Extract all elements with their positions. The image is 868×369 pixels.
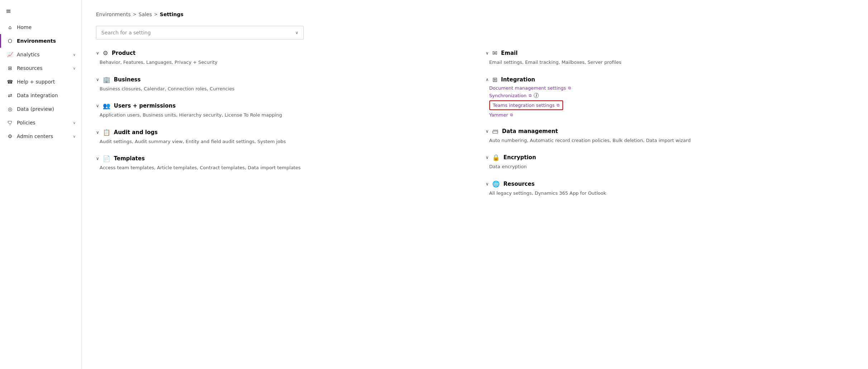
section-links-product: Behavior, Features, Languages, Privacy +… [100,59,464,66]
breadcrumb-sales[interactable]: Sales [139,11,152,17]
hamburger-button[interactable]: ≡ [0,3,81,19]
sidebar-item-home[interactable]: ⌂Home [0,20,81,34]
data-integration-icon: ⇄ [7,92,13,99]
left-column: ∨⚙ProductBehavior, Features, Languages, … [96,49,464,207]
section-icon-encryption: 🔒 [492,154,500,161]
sidebar-label-policies: Policies [17,120,69,126]
section-chevron-product: ∨ [96,51,99,56]
sidebar: ≡ ⌂Home⬡Environments📈Analytics∨⊞Resource… [0,0,82,369]
breadcrumb-sep2: > [154,12,158,17]
ext-icon-teams-integration: ⧉ [557,103,560,108]
integration-link-synchronization[interactable]: Synchronization [489,93,527,98]
right-column: ∨✉EmailEmail settings, Email tracking, M… [486,49,854,207]
sidebar-chevron-analytics: ∨ [73,53,76,57]
section-links-templates: Access team templates, Article templates… [100,164,464,171]
section-links-encryption: Data encryption [489,163,854,170]
sidebar-label-home: Home [17,24,76,30]
sidebar-item-environments[interactable]: ⬡Environments [0,34,81,48]
sidebar-item-policies[interactable]: 🛡Policies∨ [0,116,81,129]
section-links-email: Email settings, Email tracking, Mailboxe… [489,59,854,66]
sidebar-label-data-integration: Data integration [17,93,76,98]
section-header-product[interactable]: ∨⚙Product [96,49,464,57]
section-header-templates[interactable]: ∨📄Templates [96,155,464,162]
integration-link-teams-integration[interactable]: Teams integration settings [493,103,555,108]
section-title-templates: Templates [114,155,145,162]
admin-centers-icon: ⚙ [7,133,13,139]
integration-link-doc-management[interactable]: Document management settings [489,85,566,91]
sidebar-nav: ⌂Home⬡Environments📈Analytics∨⊞Resources∨… [0,20,81,143]
breadcrumb-settings: Settings [160,11,183,17]
section-chevron-encryption: ∨ [486,155,489,160]
resources-icon: ⊞ [7,65,13,71]
section-users-permissions: ∨👥Users + permissionsApplication users, … [96,102,464,119]
section-data-management: ∨🗃Data managementAuto numbering, Automat… [486,128,854,144]
sidebar-item-resources[interactable]: ⊞Resources∨ [0,61,81,75]
section-product: ∨⚙ProductBehavior, Features, Languages, … [96,49,464,66]
sidebar-label-admin-centers: Admin centers [17,133,69,139]
section-header-encryption[interactable]: ∨🔒Encryption [486,154,854,161]
section-chevron-business: ∨ [96,77,99,82]
search-bar[interactable]: Search for a setting ∨ [96,26,304,39]
section-icon-audit-logs: 📋 [103,129,110,136]
sidebar-item-data-integration[interactable]: ⇄Data integration [0,89,81,102]
section-links-audit-logs: Audit settings, Audit summary view, Enti… [100,138,464,145]
section-resources: ∨🌐ResourcesAll legacy settings, Dynamics… [486,180,854,197]
section-header-users-permissions[interactable]: ∨👥Users + permissions [96,102,464,109]
sidebar-label-analytics: Analytics [17,52,69,57]
data-preview-icon: ◎ [7,106,13,112]
section-icon-business: 🏢 [103,76,110,83]
section-header-audit-logs[interactable]: ∨📋Audit and logs [96,129,464,136]
section-header-integration[interactable]: ∧⊞Integration [486,76,854,83]
section-icon-templates: 📄 [103,155,110,162]
sidebar-label-help-support: Help + support [17,79,76,85]
section-chevron-resources: ∨ [486,181,489,186]
sidebar-chevron-policies: ∨ [73,121,76,125]
section-integration: ∧⊞IntegrationDocument management setting… [486,76,854,118]
search-placeholder: Search for a setting [101,30,295,36]
sidebar-item-help-support[interactable]: ☎Help + support [0,75,81,89]
ext-icon-yammer: ⧉ [510,113,513,117]
help-support-icon: ☎ [7,79,13,85]
section-icon-resources: 🌐 [492,180,500,188]
section-business: ∨🏢BusinessBusiness closures, Calendar, C… [96,76,464,93]
section-header-email[interactable]: ∨✉Email [486,49,854,57]
home-icon: ⌂ [7,24,13,30]
integration-link-yammer[interactable]: Yammer [489,112,508,118]
section-links-users-permissions: Application users, Business units, Hiera… [100,112,464,119]
ext-icon-synchronization: ⧉ [529,93,532,98]
section-icon-product: ⚙ [103,49,108,57]
section-templates: ∨📄TemplatesAccess team templates, Articl… [96,155,464,171]
section-title-business: Business [114,76,141,83]
ext-icon-doc-management: ⧉ [568,86,571,90]
section-chevron-users-permissions: ∨ [96,103,99,108]
section-title-encryption: Encryption [503,154,536,161]
breadcrumb: Environments > Sales > Settings [96,11,854,17]
breadcrumb-environments[interactable]: Environments [96,11,131,17]
section-links-resources: All legacy settings, Dynamics 365 App fo… [489,190,854,197]
sidebar-label-resources: Resources [17,65,69,71]
settings-grid: ∨⚙ProductBehavior, Features, Languages, … [96,49,854,207]
section-chevron-audit-logs: ∨ [96,130,99,135]
section-icon-data-management: 🗃 [492,128,498,135]
integration-links-container: Document management settings⧉Synchroniza… [489,85,854,118]
sidebar-item-analytics[interactable]: 📈Analytics∨ [0,48,81,61]
sidebar-label-environments: Environments [17,38,76,44]
policies-icon: 🛡 [7,119,13,126]
section-header-resources[interactable]: ∨🌐Resources [486,180,854,188]
integration-row-doc-management: Document management settings⧉ [489,85,854,91]
section-chevron-email: ∨ [486,51,489,56]
search-chevron-icon: ∨ [295,30,298,35]
sidebar-chevron-admin-centers: ∨ [73,134,76,138]
sidebar-item-admin-centers[interactable]: ⚙Admin centers∨ [0,129,81,143]
section-chevron-templates: ∨ [96,156,99,161]
section-title-resources: Resources [503,181,534,187]
section-links-business: Business closures, Calendar, Connection … [100,85,464,93]
section-audit-logs: ∨📋Audit and logsAudit settings, Audit su… [96,129,464,145]
breadcrumb-sep1: > [133,12,136,17]
sidebar-item-data-preview[interactable]: ◎Data (preview) [0,102,81,116]
section-header-data-management[interactable]: ∨🗃Data management [486,128,854,135]
search-container: Search for a setting ∨ [96,26,854,39]
section-encryption: ∨🔒EncryptionData encryption [486,154,854,170]
info-icon-synchronization[interactable]: i [534,93,539,98]
section-header-business[interactable]: ∨🏢Business [96,76,464,83]
